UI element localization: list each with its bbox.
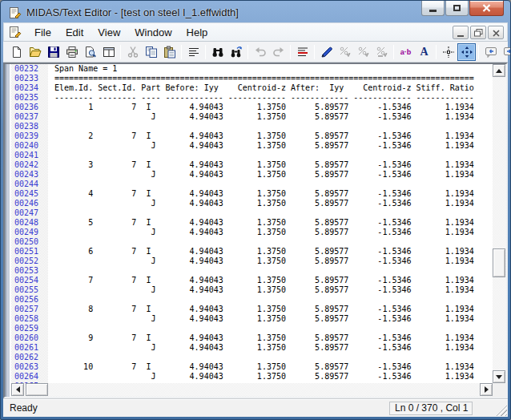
line-number[interactable]: 00260 xyxy=(11,333,48,343)
line-text[interactable]: J 4.94043 1.3750 5.89577 -1.5346 1.1934 xyxy=(48,228,474,236)
line-text[interactable]: Span Name = 1 xyxy=(48,64,117,73)
line-text[interactable]: J 4.94043 1.3750 5.89577 -1.5346 1.1934 xyxy=(48,112,474,121)
line-text[interactable]: J 4.94043 1.3750 5.89577 -1.5346 1.1934 xyxy=(48,343,474,352)
line-number[interactable]: 00233 xyxy=(11,74,48,83)
menu-edit[interactable]: Edit xyxy=(58,24,91,40)
line-number[interactable]: 00235 xyxy=(11,93,48,103)
line-text[interactable]: J 4.94043 1.3750 5.89577 -1.5346 1.1934 xyxy=(48,314,474,323)
line-number[interactable]: 00261 xyxy=(11,343,48,353)
line-number[interactable]: 00247 xyxy=(11,208,48,218)
close-button[interactable] xyxy=(469,1,504,16)
line-number[interactable]: 00236 xyxy=(11,103,48,112)
pan-view-button[interactable] xyxy=(457,43,476,61)
line-text[interactable] xyxy=(48,151,54,160)
line-number[interactable]: 00238 xyxy=(11,122,48,131)
jump-forward-button[interactable] xyxy=(500,43,511,61)
scroll-right-button[interactable] xyxy=(480,383,493,396)
print-button[interactable] xyxy=(62,43,81,61)
line-text[interactable] xyxy=(48,324,54,333)
line-text[interactable]: 10 7 I 4.94043 1.3750 5.89577 -1.5346 1.… xyxy=(48,362,474,371)
line-number[interactable]: 00254 xyxy=(11,276,48,285)
mdi-minimize-button[interactable] xyxy=(453,26,469,39)
line-text[interactable]: 9 7 I 4.94043 1.3750 5.89577 -1.5346 1.1… xyxy=(48,333,474,342)
copy-button[interactable] xyxy=(142,43,160,61)
line-number[interactable]: 00259 xyxy=(11,324,48,333)
line-number[interactable]: 00257 xyxy=(11,305,48,314)
line-number[interactable]: 00255 xyxy=(11,285,48,295)
find-button[interactable] xyxy=(208,43,227,61)
line-text[interactable]: ========================================… xyxy=(48,74,474,83)
resize-grip[interactable] xyxy=(496,405,507,416)
line-number[interactable]: 00239 xyxy=(11,131,48,141)
horizontal-scrollbar[interactable] xyxy=(11,383,493,397)
jump-back-button[interactable] xyxy=(481,43,500,61)
mdi-restore-button[interactable] xyxy=(470,26,486,39)
paste-button[interactable] xyxy=(160,43,179,61)
new-document-button[interactable] xyxy=(7,43,26,61)
line-number[interactable]: 00246 xyxy=(11,199,48,208)
line-text[interactable]: 5 7 I 4.94043 1.3750 5.89577 -1.5346 1.1… xyxy=(48,218,474,227)
line-text[interactable]: 1 7 I 4.94043 1.3750 5.89577 -1.5346 1.1… xyxy=(48,103,474,111)
scroll-down-button[interactable] xyxy=(493,370,505,383)
line-number[interactable]: 00264 xyxy=(11,372,48,382)
line-number[interactable]: 00240 xyxy=(11,141,48,151)
line-number[interactable]: 00234 xyxy=(11,83,48,93)
vertical-scrollbar[interactable] xyxy=(493,64,506,383)
line-text[interactable]: 6 7 I 4.94043 1.3750 5.89577 -1.5346 1.1… xyxy=(48,247,474,256)
line-text[interactable]: J 4.94043 1.3750 5.89577 -1.5346 1.1934 xyxy=(48,141,474,150)
menu-view[interactable]: View xyxy=(91,24,127,40)
menu-file[interactable]: File xyxy=(27,24,58,40)
line-number[interactable]: 00232 xyxy=(11,64,48,74)
line-text[interactable]: J 4.94043 1.3750 5.89577 -1.5346 1.1934 xyxy=(48,256,474,265)
line-number[interactable]: 00250 xyxy=(11,237,48,247)
mdi-close-button[interactable] xyxy=(488,26,504,39)
line-number[interactable]: 00253 xyxy=(11,266,48,276)
line-text[interactable]: J 4.94043 1.3750 5.89577 -1.5346 1.1934 xyxy=(48,372,474,381)
line-text[interactable]: 4 7 I 4.94043 1.3750 5.89577 -1.5346 1.1… xyxy=(48,189,474,198)
menu-help[interactable]: Help xyxy=(179,24,215,40)
maximize-button[interactable] xyxy=(445,1,469,16)
font-button[interactable]: A xyxy=(415,43,433,61)
line-text[interactable]: J 4.94043 1.3750 5.89577 -1.5346 1.1934 xyxy=(48,170,474,179)
line-number[interactable]: 00245 xyxy=(11,189,48,199)
find-next-button[interactable] xyxy=(227,43,245,61)
line-text[interactable]: 3 7 I 4.94043 1.3750 5.89577 -1.5346 1.1… xyxy=(48,160,474,169)
line-text[interactable]: -------- -------- ---- ------------ ----… xyxy=(48,93,474,102)
line-number[interactable]: 00249 xyxy=(11,228,48,237)
menu-window[interactable]: Window xyxy=(127,24,179,40)
line-number[interactable]: 00258 xyxy=(11,314,48,324)
line-text[interactable] xyxy=(48,180,54,188)
print-preview-button[interactable] xyxy=(81,43,99,61)
line-number[interactable]: 00256 xyxy=(11,295,48,305)
crosshair-button[interactable] xyxy=(439,43,457,61)
line-number[interactable]: 00248 xyxy=(11,218,48,228)
word-wrap-button[interactable]: a·b xyxy=(396,43,415,61)
line-text[interactable]: J 4.94043 1.3750 5.89577 -1.5346 1.1934 xyxy=(48,199,474,208)
line-number[interactable]: 00251 xyxy=(11,247,48,256)
scroll-up-button[interactable] xyxy=(493,64,505,77)
line-text[interactable]: 7 7 I 4.94043 1.3750 5.89577 -1.5346 1.1… xyxy=(48,276,474,285)
line-text[interactable] xyxy=(48,208,54,217)
line-text[interactable] xyxy=(48,295,54,304)
goto-line-button[interactable] xyxy=(293,43,312,61)
line-number[interactable]: 00262 xyxy=(11,353,48,362)
line-number[interactable]: 00242 xyxy=(11,160,48,170)
margin-splitter[interactable] xyxy=(5,64,11,397)
line-text[interactable]: 2 7 I 4.94043 1.3750 5.89577 -1.5346 1.1… xyxy=(48,131,474,140)
line-number[interactable]: 00252 xyxy=(11,256,48,266)
open-file-button[interactable] xyxy=(26,43,44,61)
vertical-scroll-thumb[interactable] xyxy=(493,248,505,277)
title-bar[interactable]: MIDAS/Text Editor - [test on steel I_1.e… xyxy=(3,1,508,22)
line-number[interactable]: 00243 xyxy=(11,170,48,180)
scroll-left-button[interactable] xyxy=(11,383,24,396)
line-text[interactable] xyxy=(48,122,54,131)
select-lines-button[interactable] xyxy=(184,43,203,61)
save-button[interactable] xyxy=(44,43,62,61)
line-number[interactable]: 00263 xyxy=(11,362,48,372)
line-number[interactable]: 00244 xyxy=(11,180,48,189)
line-number[interactable]: 00237 xyxy=(11,112,48,122)
minimize-button[interactable] xyxy=(421,1,445,16)
line-text[interactable]: 8 7 I 4.94043 1.3750 5.89577 -1.5346 1.1… xyxy=(48,305,474,313)
line-text[interactable]: Elem.Id. Sect.Id. Part Before: Iyy Centr… xyxy=(48,83,474,92)
window-layout-button[interactable] xyxy=(99,43,118,61)
